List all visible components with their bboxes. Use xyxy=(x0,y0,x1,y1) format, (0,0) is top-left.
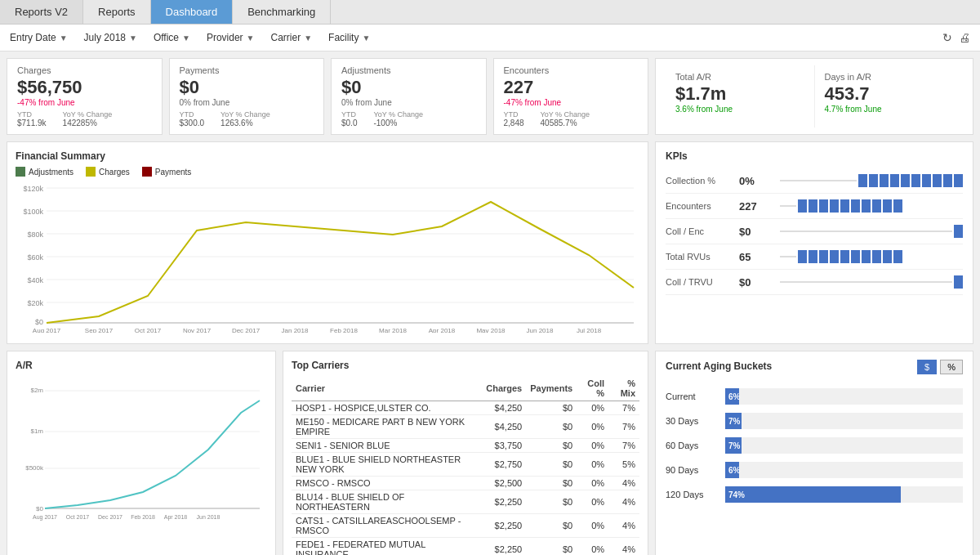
filter-provider[interactable]: Provider ▼ xyxy=(207,32,255,43)
filter-bar-actions: ↻ 🖨 xyxy=(942,31,970,44)
financial-chart: $120k $100k $80k $60k $40k $20k $0 xyxy=(16,181,639,333)
carrier-mix: 4% xyxy=(608,490,639,514)
aging-row-label: 30 Days xyxy=(666,416,719,426)
svg-text:Oct
2017: Oct 2017 xyxy=(66,514,90,520)
legend-payments-label: Payments xyxy=(155,168,191,177)
print-icon[interactable]: 🖨 xyxy=(959,31,970,44)
adjustments-change: 0% from June xyxy=(341,98,476,107)
carrier-coll: 0% xyxy=(577,477,608,490)
days-ar-change: 4.7% from June xyxy=(825,105,954,114)
metric-collection-label: Collection % xyxy=(666,176,739,186)
aging-row: 60 Days 7% xyxy=(666,433,963,458)
refresh-icon[interactable]: ↻ xyxy=(942,31,952,44)
svg-text:$80k: $80k xyxy=(27,231,43,239)
legend-payments-dot xyxy=(142,167,152,177)
provider-arrow: ▼ xyxy=(247,34,255,43)
adjustments-ytd: YTD $0.0 xyxy=(341,110,357,128)
col-mix: % Mix xyxy=(608,376,639,401)
aging-row-label: 60 Days xyxy=(666,441,719,450)
legend-payments: Payments xyxy=(142,167,191,177)
aging-bar-fill: 6% xyxy=(725,388,739,405)
payments-change: 0% from June xyxy=(180,98,314,107)
kpi-metrics-title: KPIs xyxy=(666,150,963,162)
carrier-mix: 7% xyxy=(608,401,639,415)
aging-row-label: Current xyxy=(666,392,719,401)
carrier-name: HOSP1 - HOSPICE,ULSTER CO. xyxy=(292,401,482,415)
table-row: BLU14 - BLUE SHIELD OF NORTHEASTERN $2,2… xyxy=(292,490,639,514)
charges-value: $56,750 xyxy=(17,77,152,98)
tab-benchmarking[interactable]: Benchmarking xyxy=(233,0,331,24)
metric-coll-trvu-label: Coll / TRVU xyxy=(666,277,739,287)
encounters-label: Encounters xyxy=(504,65,639,75)
col-carrier: Carrier xyxy=(292,376,482,401)
carrier-name: CATS1 - CATSILLAREASCHOOLSEMP -RMSCO xyxy=(292,514,482,538)
metric-coll-enc: Coll / Enc $0 xyxy=(666,219,963,244)
table-row: BLUE1 - BLUE SHIELD NORTHEASTER NEW YORK… xyxy=(292,453,639,477)
filter-date-range[interactable]: July 2018 ▼ xyxy=(84,32,137,43)
metric-collection: Collection % 0% xyxy=(666,168,963,194)
kpi-charges: Charges $56,750 -47% from June YTD $711.… xyxy=(7,58,163,135)
charges-label: Charges xyxy=(17,65,152,75)
filter-facility[interactable]: Facility ▼ xyxy=(328,32,370,43)
carrier-charges: $3,750 xyxy=(482,439,526,453)
svg-text:$60k: $60k xyxy=(27,253,43,262)
table-row: RMSCO - RMSCO $2,500 $0 0% 4% xyxy=(292,477,639,490)
carrier-name: BLUE1 - BLUE SHIELD NORTHEASTER NEW YORK xyxy=(292,453,482,477)
carrier-charges: $2,500 xyxy=(482,477,526,490)
svg-text:$0: $0 xyxy=(36,505,43,512)
aging-bar-fill: 74% xyxy=(725,486,901,503)
carrier-payments: $0 xyxy=(526,490,577,514)
ar-line xyxy=(45,401,260,508)
svg-text:Dec
2017: Dec 2017 xyxy=(98,514,122,520)
metric-encounters: Encounters 227 xyxy=(666,194,963,219)
top-nav: Reports V2 Reports Dashboard Benchmarkin… xyxy=(0,0,980,25)
carrier-name: FEDE1 - FEDERATED MUTUAL INSURANCE xyxy=(292,538,482,556)
carrier-charges: $2,250 xyxy=(482,538,526,556)
aging-row: Current 6% xyxy=(666,384,963,409)
ar-panel: A/R $2m $1m $500k $0 Aug 2017 Oct 2017 D… xyxy=(7,351,276,555)
aging-bars: Current 6% 30 Days 7% 60 Days 7% 90 Days… xyxy=(666,384,963,507)
svg-text:May
2018: May 2018 xyxy=(476,327,506,333)
aging-toggle-pct[interactable]: % xyxy=(940,360,963,374)
carrier-mix: 4% xyxy=(608,514,639,538)
svg-text:Jun
2018: Jun 2018 xyxy=(527,327,554,333)
office-label: Office xyxy=(154,32,179,43)
metric-coll-trvu-val: $0 xyxy=(739,276,780,289)
carriers-table: Carrier Charges Payments Coll % % Mix HO… xyxy=(292,376,639,555)
carrier-payments: $0 xyxy=(526,401,577,415)
carrier-label: Carrier xyxy=(271,32,301,43)
carrier-mix: 4% xyxy=(608,477,639,490)
filter-carrier[interactable]: Carrier ▼ xyxy=(271,32,313,43)
filter-entry-date[interactable]: Entry Date ▼ xyxy=(10,32,68,43)
svg-text:$0: $0 xyxy=(35,318,43,326)
aging-toggle-dollar[interactable]: $ xyxy=(917,360,937,374)
filter-office[interactable]: Office ▼ xyxy=(154,32,190,43)
svg-text:Feb
2018: Feb 2018 xyxy=(131,514,155,520)
metric-rvus-label: Total RVUs xyxy=(666,252,739,262)
carriers-title: Top Carriers xyxy=(292,360,639,371)
tab-reports-v2[interactable]: Reports V2 xyxy=(0,0,83,24)
metric-coll-enc-bar xyxy=(780,224,963,239)
carrier-payments: $0 xyxy=(526,538,577,556)
carrier-coll: 0% xyxy=(577,538,608,556)
facility-label: Facility xyxy=(328,32,359,43)
tab-dashboard[interactable]: Dashboard xyxy=(151,0,234,24)
metric-coll-enc-val: $0 xyxy=(739,226,780,238)
legend-adjustments-dot xyxy=(16,167,25,177)
metric-collection-val: 0% xyxy=(739,175,780,187)
carrier-mix: 4% xyxy=(608,538,639,556)
svg-text:Aug
2017: Aug 2017 xyxy=(33,327,61,333)
charges-yoy: YoY % Change 142285% xyxy=(63,110,113,128)
legend-charges-dot xyxy=(86,167,96,177)
kpi-row: Charges $56,750 -47% from June YTD $711.… xyxy=(7,58,973,135)
carrier-charges: $2,250 xyxy=(482,490,526,514)
aging-pct: 6% xyxy=(728,466,740,475)
aging-bar-wrap: 6% xyxy=(725,388,963,405)
kpi-ar-section: Total A/R $1.7m 3.6% from June Days in A… xyxy=(655,58,973,135)
carrier-coll: 0% xyxy=(577,453,608,477)
chart-legend: Adjustments Charges Payments xyxy=(16,167,639,177)
tab-reports[interactable]: Reports xyxy=(83,0,151,24)
main-content: Charges $56,750 -47% from June YTD $711.… xyxy=(0,51,980,555)
metric-collection-bar xyxy=(780,173,963,188)
aging-toggle: $ % xyxy=(917,360,963,374)
